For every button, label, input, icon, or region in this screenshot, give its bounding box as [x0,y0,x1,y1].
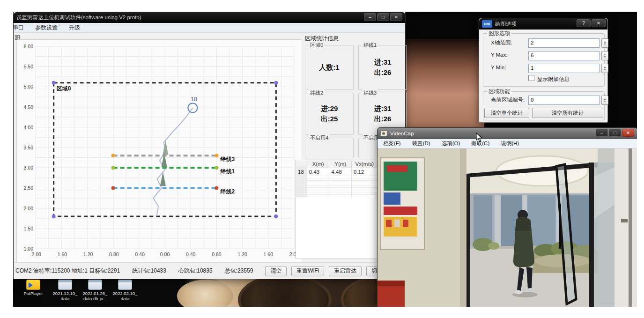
x-tick-label: -0.40 [133,251,145,257]
dialog-close-button[interactable]: ✕ [592,19,606,27]
x-tick-label: -1.20 [81,251,93,257]
table-cell[interactable] [329,195,352,197]
x-tick-label: 0.40 [186,251,196,257]
clear-single-stats-button[interactable]: 清空单个统计 [484,108,529,118]
table-cell[interactable]: 4.48 [329,168,352,176]
show-extra-info-checkbox[interactable] [528,75,534,81]
videocap-maximize-button[interactable]: □ [609,129,621,137]
stats-group-caption: 绊线3 [362,89,378,96]
dialog-title: 绘图选项 [495,21,517,28]
stats-value: 出:26 [374,114,392,124]
videocap-title: VideoCap [390,131,414,136]
y-tick-label: 3.00 [24,165,34,170]
graphics-options-group: 图形选项 X轴范围:2▲▼Y Max:6▲▼Y Min:1▲▼ 显示附加信息 [483,33,605,87]
videocap-close-button[interactable]: ✕ [622,129,634,137]
table-cell[interactable] [296,195,307,197]
stats-value: 进:29 [321,104,338,114]
status-item-1: COM2 波特率:115200 地址:1 目标包:2291 [15,267,120,275]
show-extra-info-label: 显示附加信息 [537,76,570,83]
table-header-cell[interactable]: X(m) [307,160,330,168]
table-cell[interactable]: 18 [296,168,307,176]
dialog-field-spinner-3[interactable]: ▲▼ [601,64,608,73]
dialog-field-input-2[interactable]: 6 [528,51,600,60]
trip-line-endpoint [215,154,218,157]
table-cell[interactable]: 0.12 [352,168,378,176]
table-cell[interactable]: 0.43 [307,168,330,176]
y-tick-label: 4.50 [24,104,34,110]
region-corner-dot [274,81,278,85]
stats-group-caption: 绊线2 [309,89,325,96]
close-button[interactable]: ✕ [390,13,402,21]
videocap-menu-2[interactable]: 装置(D) [407,139,436,148]
y-tick-label: 5.50 [24,64,34,69]
potplayer-icon [26,280,40,290]
mouse-cursor [476,133,483,143]
x-tick-label: 1.20 [237,251,247,257]
radar-plot[interactable]: -2.00-1.60-1.20-0.80-0.400.000.400.801.2… [18,41,301,261]
table-cell[interactable] [307,195,330,197]
stats-group-caption: 区域0 [309,42,325,49]
dialog-field-label-3: Y Min: [491,65,506,70]
current-region-input[interactable]: 0 [528,96,600,105]
target-id-label: 18 [191,96,197,103]
graphics-options-caption: 图形选项 [487,30,511,37]
trip-line-label: 绊线3 [220,156,235,163]
file-icon [118,280,132,290]
y-tick-label: 6.00 [24,44,34,49]
stats-value: 出:26 [374,67,392,78]
menu-item-1[interactable]: 串口 [14,23,30,33]
dialog-field-input-3[interactable]: 1 [528,64,600,73]
menu-item-3[interactable]: 升级 [63,23,86,33]
videocap-menu-1[interactable]: 档案(F) [378,139,407,148]
clear-button[interactable]: 清空 [265,266,287,276]
plot-options-dialog: uni 绘图选项 ? ✕ 图形选项 X轴范围:2▲▼Y Max:6▲▼Y Min… [479,18,608,123]
file-icon [88,280,102,290]
dialog-help-button[interactable]: ? [577,19,591,27]
current-region-spinner[interactable]: ▲▼ [601,96,608,105]
dialog-field-spinner-1[interactable]: ▲▼ [601,38,608,48]
desktop: 员监测雷达上位机调试软件(software using V2 proto) – … [13,12,637,307]
stats-group-绊线2: 绊线2进:29出:25 [305,93,354,135]
radar-chart-panel[interactable]: -2.00-1.60-1.20-0.80-0.400.000.400.801.2… [16,39,302,263]
uni-app-icon: uni [482,20,492,28]
desktop-icon-PotPlayer[interactable]: PotPlayer [19,280,48,296]
desktop-icon-2021.12.10_[interactable]: 2021.12.10_data [51,280,80,301]
videocap-menu-3[interactable]: 选项(O) [436,139,466,148]
clear-all-stats-button[interactable]: 清空所有统计 [532,108,603,118]
videocap-menu-5[interactable]: 说明(H) [495,139,525,148]
wallpaper-dish [177,280,233,307]
region-corner-dot [52,81,56,85]
minimize-button[interactable]: – [364,13,376,21]
table-header-cell[interactable] [296,160,307,168]
desktop-icon-2022.02.10_[interactable]: 2022.02.10_data [111,280,140,301]
table-header-cell[interactable]: Y(m) [329,160,352,168]
desktop-icon-label: 2021.12.10_ [51,291,80,296]
restart-radar-button[interactable]: 重启雷达 [329,266,362,276]
dialog-titlebar[interactable]: uni 绘图选项 ? ✕ [479,18,607,30]
maximize-button[interactable]: □ [377,13,389,21]
table-header-cell[interactable]: Vx(m/s) [352,160,378,168]
dialog-field-input-1[interactable]: 2 [528,38,600,48]
radar-menubar: 串口参数设置升级 [14,23,405,33]
dialog-field-spinner-2[interactable]: ▲▼ [601,51,608,60]
table-cell[interactable] [352,195,378,197]
menu-item-2[interactable]: 参数设置 [30,23,63,33]
region-corner-dot [52,214,56,218]
radar-titlebar[interactable]: 员监测雷达上位机调试软件(software using V2 proto) – … [14,12,405,23]
y-tick-label: 3.50 [24,145,34,150]
stats-value: 人数:1 [319,62,339,73]
trip-line-endpoint [215,186,218,190]
videocap-titlebar[interactable]: VideoCap – □ ✕ [378,128,637,139]
x-tick-label: 1.60 [264,251,274,257]
videocap-window: VideoCap – □ ✕ 档案(F)装置(D)选项(O)撷取(C)说明(H) [377,127,637,307]
stats-value: 出:25 [321,114,338,124]
videocap-minimize-button[interactable]: – [596,129,608,137]
trip-line-label: 绊线1 [220,168,235,175]
desktop-icon-label: PotPlayer [19,291,48,296]
radar-statusbar: COM2 波特率:115200 地址:1 目标包:2291统计包:10433心跳… [14,262,405,279]
reset-wifi-button[interactable]: 重置WiFi [291,266,324,276]
trip-line-endpoint [111,166,115,170]
desktop-icon-label: 2022.01.26_ [81,291,110,296]
desktop-icon-2022.01.26_[interactable]: 2022.01.26_data.db-jo... [81,280,110,301]
region-corner-dot [274,214,278,218]
